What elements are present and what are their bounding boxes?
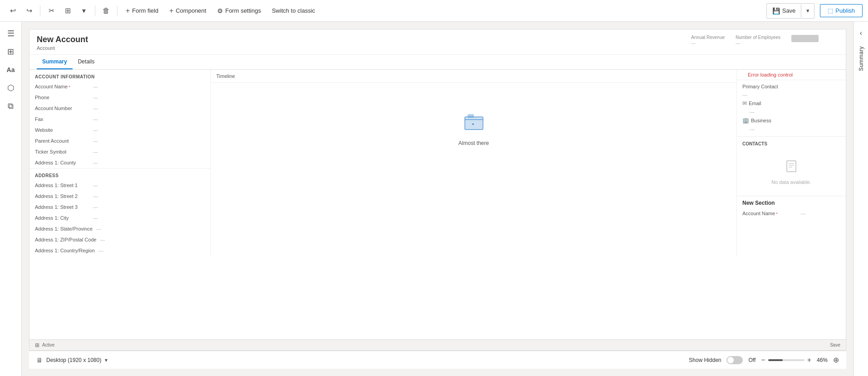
- right-sidebar: ‹ Summary: [853, 22, 868, 376]
- field-street1: Address 1: Street 1 ---: [29, 180, 210, 191]
- field-account-name-value: ---: [93, 84, 98, 89]
- save-dropdown-button[interactable]: ▾: [801, 4, 814, 18]
- zoom-fit-button[interactable]: ⊕: [833, 356, 839, 364]
- tab-details[interactable]: Details: [73, 55, 100, 69]
- cut-button[interactable]: ✂: [44, 4, 59, 18]
- address-section: ADDRESS Address 1: Street 1 --- Address …: [29, 168, 210, 256]
- device-label: Desktop (1920 x 1080): [46, 357, 101, 363]
- field-street2-label: Address 1: Street 2: [35, 193, 89, 199]
- field-parent-account: Parent Account ---: [29, 135, 210, 146]
- sidebar-grid-icon[interactable]: ⊞: [3, 43, 19, 60]
- toolbar: ↩ ↪ ✂ ⊞ ▾ 🗑 + Form field + Component ⚙ F…: [0, 0, 868, 22]
- header-placeholder-control: [791, 35, 819, 42]
- account-info-section: ACCOUNT INFORMATION Account Name* --- Ph…: [29, 70, 210, 168]
- num-employees-field: Number of Employees ---: [736, 35, 780, 46]
- publish-button[interactable]: ⬚ Publish: [820, 4, 863, 17]
- num-employees-label: Number of Employees: [736, 35, 780, 40]
- field-account-name-label: Account Name*: [35, 84, 89, 89]
- redo-button[interactable]: ↪: [22, 4, 36, 18]
- switch-classic-button[interactable]: Switch to classic: [267, 5, 319, 17]
- almost-there-text: Almost there: [458, 140, 489, 146]
- business-value: ---: [742, 125, 840, 133]
- field-city-value: ---: [93, 215, 98, 221]
- business-icon: 🏢: [742, 117, 749, 124]
- error-loading-area: Error loading control: [737, 70, 846, 80]
- form-field-button[interactable]: + Form field: [121, 4, 163, 18]
- copy-button[interactable]: ⊞: [60, 4, 75, 18]
- toggle-knob: [727, 357, 734, 363]
- component-button[interactable]: + Component: [165, 4, 211, 18]
- field-zip-label: Address 1: ZIP/Postal Code: [35, 237, 97, 242]
- email-icon: ✉: [742, 100, 747, 106]
- field-parent-account-value: ---: [93, 138, 98, 144]
- field-street1-value: ---: [93, 183, 98, 188]
- sidebar-menu-icon[interactable]: ☰: [3, 25, 19, 42]
- field-street3: Address 1: Street 3 ---: [29, 202, 210, 212]
- error-loading-text[interactable]: Error loading control: [742, 68, 798, 81]
- field-account-number: Account Number ---: [29, 103, 210, 114]
- bottom-right-controls: Show Hidden Off − + 46% ⊕: [689, 356, 839, 364]
- field-country-label: Address 1: Country/Region: [35, 248, 95, 253]
- zoom-slider-fill: [768, 359, 783, 361]
- field-state: Address 1: State/Province ---: [29, 223, 210, 234]
- undo-button[interactable]: ↩: [5, 4, 20, 18]
- field-street3-label: Address 1: Street 3: [35, 204, 89, 210]
- toolbar-divider-2: [95, 5, 95, 16]
- save-group: 💾 Save ▾: [766, 3, 815, 19]
- delete-button[interactable]: 🗑: [99, 4, 113, 18]
- field-street2: Address 1: Street 2 ---: [29, 191, 210, 202]
- zoom-controls: − +: [761, 356, 811, 364]
- main-area: ☰ ⊞ Aa ⬡ ⧉ New Account Account Annual Re…: [0, 22, 868, 376]
- timeline-label: Timeline: [211, 70, 736, 83]
- field-account-name: Account Name* ---: [29, 81, 210, 92]
- email-row: ✉ Email: [742, 98, 840, 108]
- field-fax: Fax ---: [29, 114, 210, 125]
- form-settings-button[interactable]: ⚙ Form settings: [213, 5, 266, 17]
- show-hidden-toggle[interactable]: [727, 356, 743, 364]
- new-section-account-name-value: ---: [800, 211, 805, 216]
- field-parent-account-label: Parent Account: [35, 138, 89, 144]
- zoom-slider[interactable]: [768, 359, 805, 361]
- timeline-icon: ···: [463, 111, 485, 136]
- form-left-column: ACCOUNT INFORMATION Account Name* --- Ph…: [29, 70, 211, 256]
- sidebar-layers-icon[interactable]: ⬡: [3, 80, 19, 96]
- sidebar-components-icon[interactable]: ⧉: [3, 98, 19, 114]
- svg-rect-5: [787, 161, 796, 172]
- field-zip: Address 1: ZIP/Postal Code ---: [29, 234, 210, 245]
- bottom-bar: 🖥 Desktop (1920 x 1080) ▾ Show Hidden Of…: [29, 351, 846, 369]
- svg-rect-0: [465, 117, 483, 130]
- dropdown-button[interactable]: ▾: [77, 4, 91, 18]
- primary-contact-label: Primary Contact: [742, 84, 840, 89]
- field-fax-value: ---: [93, 116, 98, 122]
- status-left: ⊞ Active: [35, 342, 54, 348]
- form-header-fields: Annual Revenue --- Number of Employees -…: [691, 35, 819, 46]
- field-country-value: ---: [98, 248, 103, 253]
- form-preview: New Account Account Annual Revenue --- N…: [29, 29, 846, 351]
- sidebar-text-icon[interactable]: Aa: [3, 62, 19, 78]
- save-button[interactable]: 💾 Save: [767, 5, 802, 17]
- right-sidebar-label: Summary: [858, 46, 864, 71]
- annual-revenue-label: Annual Revenue: [691, 35, 725, 40]
- contacts-section-header: CONTACTS: [737, 136, 846, 148]
- contacts-no-data: No data available.: [737, 148, 846, 196]
- save-icon: 💾: [772, 7, 780, 14]
- field-address-county-value: ---: [93, 160, 98, 165]
- field-state-label: Address 1: State/Province: [35, 226, 93, 231]
- device-dropdown-icon[interactable]: ▾: [105, 357, 107, 363]
- new-section-required-star: *: [776, 212, 778, 216]
- zoom-percent: 46%: [817, 357, 828, 363]
- field-ticker-symbol-label: Ticker Symbol: [35, 149, 89, 154]
- toolbar-divider-3: [117, 5, 117, 16]
- field-website: Website ---: [29, 125, 210, 135]
- tab-summary[interactable]: Summary: [37, 55, 73, 69]
- new-section-account-name-label: Account Name*: [742, 211, 797, 216]
- form-subtitle: Account: [37, 45, 839, 51]
- no-data-icon: [784, 159, 799, 177]
- contact-section: Primary Contact --- ✉ Email --- 🏢 Busine…: [737, 80, 846, 136]
- zoom-minus-button[interactable]: −: [761, 356, 765, 364]
- account-info-header: ACCOUNT INFORMATION: [29, 70, 210, 81]
- right-sidebar-close-button[interactable]: ‹: [860, 25, 862, 41]
- zoom-plus-button[interactable]: +: [807, 356, 811, 364]
- form-tabs: Summary Details: [29, 55, 846, 70]
- form-body: ACCOUNT INFORMATION Account Name* --- Ph…: [29, 70, 846, 256]
